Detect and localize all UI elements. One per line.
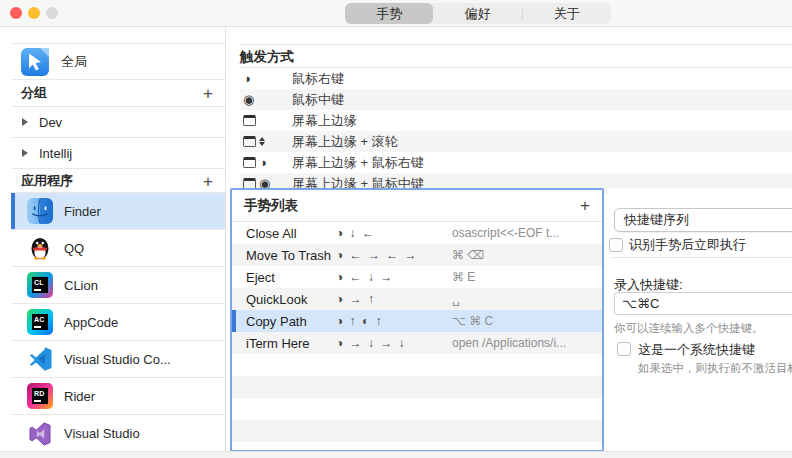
shortcut-input[interactable] <box>614 292 792 315</box>
detail-divider <box>610 257 792 258</box>
add-group-button[interactable]: + <box>203 85 213 102</box>
gesture-name: QuickLook <box>232 292 336 307</box>
section-title: 应用程序 <box>21 172 73 190</box>
qq-icon <box>27 235 53 261</box>
empty-row <box>232 398 602 420</box>
sidebar-item-label: 全局 <box>61 53 87 71</box>
gesture-sequence: ◑ ← → ← → <box>336 248 452 262</box>
sidebar-item-visual-studio[interactable]: Visual Studio <box>12 415 225 452</box>
run-immediately-option: 识别手势后立即执行 <box>609 236 792 254</box>
gesture-row-eject[interactable]: Eject ◑ ← ↓ → ⌘ E <box>232 266 602 288</box>
sidebar-item-qq[interactable]: QQ <box>12 230 225 267</box>
empty-row <box>232 354 602 376</box>
gesture-list-title: 手势列表 <box>244 197 298 215</box>
action-type-value: 快捷键序列 <box>624 212 689 227</box>
gesture-action: ⌥ ⌘ C <box>452 314 602 328</box>
gesture-action: ⌘ ⌫ <box>452 248 602 262</box>
gesture-row-quicklook[interactable]: QuickLook ◑ → ↑ ␣ <box>232 288 602 310</box>
gesture-list-header: 手势列表 + <box>232 190 602 222</box>
tab-gestures[interactable]: 手势 <box>345 3 433 24</box>
gesture-sequence: ◑ → ↑ <box>336 292 452 306</box>
gesture-name: Copy Path <box>232 314 336 329</box>
empty-row <box>232 420 602 442</box>
vscode-icon <box>27 346 53 372</box>
sidebar-item-dev[interactable]: Dev <box>12 107 225 138</box>
titlebar: 手势 偏好 关于 <box>0 0 792 27</box>
gesture-detail-panel: 快捷键序列 识别手势后立即执行 录入快捷键: 你可以连续输入多个快捷键。 这是一… <box>608 188 792 452</box>
trigger-list: ◑ 鼠标右键 ◉ 鼠标中键 屏幕上边缘 屏幕上边缘 + 滚轮 <box>240 68 792 194</box>
sidebar-item-finder[interactable]: Finder <box>12 193 225 230</box>
trigger-label: 鼠标右键 <box>284 70 344 88</box>
right-mouse-icon: ◑ <box>243 72 251 85</box>
trigger-row-right-mouse[interactable]: ◑ 鼠标右键 <box>240 68 792 89</box>
sidebar-item-appcode[interactable]: AC AppCode <box>12 304 225 341</box>
gesture-sequence: ◑ → ↓ → ↓ <box>336 336 452 350</box>
clion-abbr: CL <box>32 277 44 286</box>
tab-segmented-control: 手势 偏好 关于 <box>345 3 611 24</box>
zoom-window-button-disabled <box>46 7 58 19</box>
gesture-action: open /Applications/i... <box>452 336 602 350</box>
tab-preferences[interactable]: 偏好 <box>433 3 521 24</box>
rider-abbr: RD <box>32 388 45 397</box>
disclosure-triangle-icon[interactable] <box>22 118 28 126</box>
close-window-button[interactable] <box>10 7 22 19</box>
sidebar-list: 全局 分组 + Dev Intellij 应用程序 + <box>12 43 225 452</box>
screen-top-icon <box>243 115 256 126</box>
finder-icon <box>27 198 53 224</box>
minimize-window-button[interactable] <box>28 7 40 19</box>
empty-row <box>232 376 602 398</box>
system-shortcut-label: 这是一个系统快捷键 <box>638 341 755 359</box>
app-window: 手势 偏好 关于 全局 分组 <box>0 0 792 458</box>
middle-mouse-icon: ◉ <box>243 93 254 106</box>
visual-studio-icon <box>27 421 53 447</box>
gesture-name: Close All <box>232 226 336 241</box>
window-bottom-strip <box>0 451 792 458</box>
system-shortcut-option: 这是一个系统快捷键 <box>617 341 792 359</box>
appcode-abbr: AC <box>32 314 45 323</box>
app-label: CLion <box>64 278 98 293</box>
gesture-sequence: ◑ ↑ ◐ ↑ <box>336 314 452 328</box>
sidebar-item-rider[interactable]: RD Rider <box>12 378 225 415</box>
screen-top-icon <box>243 157 256 168</box>
rider-icon: RD <box>27 383 53 409</box>
trigger-section-title: 触发方式 <box>240 44 792 68</box>
record-shortcut-hint: 你可以连续输入多个快捷键。 <box>614 321 764 336</box>
sidebar-item-intellij[interactable]: Intellij <box>12 138 225 169</box>
tab-about[interactable]: 关于 <box>523 3 611 24</box>
trigger-section: 触发方式 ◑ 鼠标右键 ◉ 鼠标中键 屏幕上边缘 屏幕上边缘 + 滚轮 <box>240 44 792 194</box>
trigger-row-screen-top[interactable]: 屏幕上边缘 <box>240 110 792 131</box>
gesture-rows: Close All ◑ ↓ ← osascript<<-EOF t... Mov… <box>232 222 602 452</box>
action-type-dropdown[interactable]: 快捷键序列 <box>614 208 792 232</box>
add-gesture-button[interactable]: + <box>580 197 590 214</box>
app-label: Visual Studio <box>64 426 140 441</box>
app-label: Finder <box>64 204 101 219</box>
gesture-action: osascript<<-EOF t... <box>452 226 602 240</box>
section-title: 分组 <box>21 84 47 102</box>
sidebar-item-clion[interactable]: CL CLion <box>12 267 225 304</box>
gesture-action: ␣ <box>452 292 602 306</box>
trigger-row-screen-top-right-mouse[interactable]: ◑ 屏幕上边缘 + 鼠标右键 <box>240 152 792 173</box>
sidebar-item-vscode[interactable]: Visual Studio Co... <box>12 341 225 378</box>
trigger-label: 屏幕上边缘 + 鼠标右键 <box>284 154 424 172</box>
clion-icon: CL <box>27 272 53 298</box>
system-shortcut-hint: 如果选中，则执行前不激活目标应用 <box>638 361 792 376</box>
trigger-row-middle-mouse[interactable]: ◉ 鼠标中键 <box>240 89 792 110</box>
add-application-button[interactable]: + <box>203 172 213 189</box>
gesture-row-copy-path[interactable]: Copy Path ◑ ↑ ◐ ↑ ⌥ ⌘ C <box>232 310 602 332</box>
sidebar-item-global[interactable]: 全局 <box>12 44 225 80</box>
global-cursor-icon <box>21 48 49 76</box>
gesture-row-move-to-trash[interactable]: Move To Trash ◑ ← → ← → ⌘ ⌫ <box>232 244 602 266</box>
app-label: QQ <box>64 241 84 256</box>
gesture-row-close-all[interactable]: Close All ◑ ↓ ← osascript<<-EOF t... <box>232 222 602 244</box>
run-immediately-checkbox[interactable] <box>609 238 623 252</box>
disclosure-triangle-icon[interactable] <box>22 149 28 157</box>
gesture-sequence: ◑ ← ↓ → <box>336 270 452 284</box>
trigger-row-screen-top-scroll[interactable]: 屏幕上边缘 + 滚轮 <box>240 131 792 152</box>
app-label: Rider <box>64 389 95 404</box>
system-shortcut-checkbox[interactable] <box>617 342 631 356</box>
sidebar-section-applications: 应用程序 + <box>12 169 225 193</box>
gesture-name: Move To Trash <box>232 248 336 263</box>
scroll-wheel-icon <box>259 137 265 147</box>
run-immediately-label: 识别手势后立即执行 <box>629 236 746 254</box>
gesture-row-iterm-here[interactable]: iTerm Here ◑ → ↓ → ↓ open /Applications/… <box>232 332 602 354</box>
